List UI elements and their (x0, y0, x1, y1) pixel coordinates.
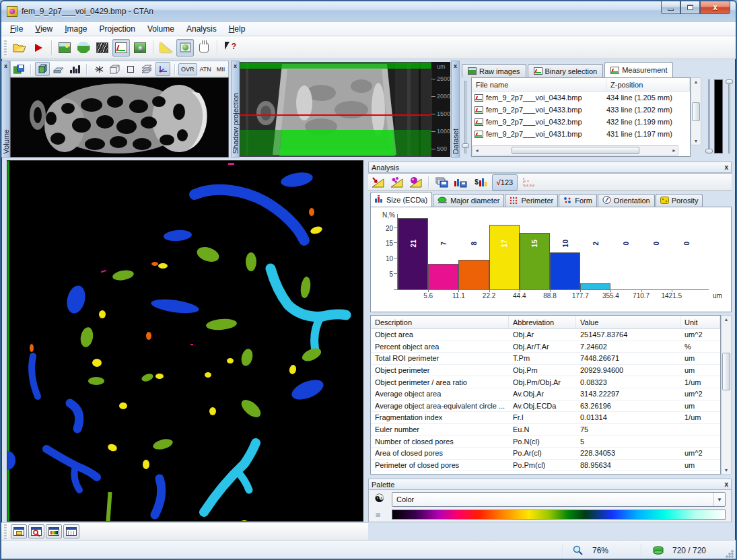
measure-button[interactable] (157, 39, 175, 57)
axes-button[interactable] (155, 62, 170, 76)
dataset-range-slider-low[interactable] (705, 79, 713, 153)
close-button[interactable]: x (700, 1, 730, 14)
maximize-button[interactable] (680, 1, 700, 14)
slider-thumb[interactable] (462, 143, 469, 148)
results-window-button[interactable] (63, 524, 79, 538)
volume-histogram-button[interactable] (67, 62, 82, 76)
individual-object-analysis-button[interactable] (407, 174, 424, 190)
column-z-position[interactable]: Z-position (606, 78, 690, 91)
column-abbreviation[interactable]: Abbreviation (509, 316, 576, 328)
open-file-button[interactable] (11, 39, 28, 57)
column-description[interactable]: Description (371, 316, 509, 328)
menu-view[interactable]: View (29, 23, 59, 35)
tab-major-diameter[interactable]: Major diameter (433, 194, 504, 207)
tab-perimeter[interactable]: Perimeter (505, 194, 558, 207)
tab-porosity[interactable]: Porosity (656, 194, 703, 207)
dataset-range-slider-high[interactable] (726, 79, 733, 153)
results-vscrollbar[interactable]: ▲▼ (721, 315, 732, 475)
column-file-name[interactable]: File name (472, 78, 606, 91)
table-row[interactable]: Perimeter of closed poresPo.Pm(cl)88.956… (371, 460, 720, 472)
3d-view-button[interactable] (176, 39, 194, 57)
table-row[interactable]: Object areaObj.Ar251457.83764um^2 (371, 329, 720, 341)
tab-label: Perimeter (521, 197, 553, 205)
menu-bar: FileViewImageProjectionVolumeAnalysisHel… (1, 22, 736, 36)
processed-image-button[interactable] (131, 39, 149, 57)
minimize-button[interactable] (661, 1, 680, 14)
menu-volume[interactable]: Volume (141, 23, 180, 35)
file-row[interactable]: fem_9_2p7___voi_0433.bmp433 line (1.202 … (472, 104, 690, 116)
slider-thumb[interactable] (726, 79, 733, 84)
tab-binary-selection[interactable]: Binary selection (528, 64, 604, 77)
wire-cube-button[interactable] (107, 62, 122, 76)
menu-image[interactable]: Image (59, 23, 93, 35)
table-row[interactable]: Euler numberEu.N75 (371, 424, 720, 436)
palette-gradient-bar[interactable] (392, 510, 726, 520)
tab-measurement[interactable]: Measurement (604, 62, 673, 77)
palette-select[interactable]: Color ▼ (392, 492, 726, 507)
resize-grip[interactable] (726, 550, 734, 559)
render-mode-ovr-button[interactable]: OVR (178, 63, 197, 75)
table-row[interactable]: Percent object areaObj.Ar/T.Ar7.24602% (371, 341, 720, 353)
toolbar-grip[interactable] (4, 40, 7, 55)
save-histogram-button[interactable] (452, 174, 469, 190)
palette-close-icon[interactable]: x (724, 481, 728, 488)
run-analysis-button[interactable] (30, 39, 47, 57)
invert-palette-icon[interactable]: ☯ (374, 493, 384, 504)
magnifier-window-button[interactable] (28, 524, 44, 538)
tab-orientation[interactable]: Orientation (598, 194, 655, 207)
volume-close-icon[interactable]: x (4, 63, 7, 69)
threshold-image-button[interactable] (94, 39, 111, 57)
table-row[interactable]: Object perimeter / area ratioObj.Pm/Obj.… (371, 376, 720, 388)
table-row[interactable]: Fragmentation indexFr.I0.013141/um (371, 412, 720, 424)
file-list-vscrollbar[interactable]: ▲▼ (691, 77, 701, 145)
save-results-button[interactable] (433, 174, 450, 190)
analysis-close-icon[interactable]: x (724, 164, 728, 171)
render-mode-mii-button[interactable]: MII (214, 63, 228, 75)
volume-view[interactable] (10, 77, 229, 158)
shadow-projection-view[interactable] (240, 62, 431, 157)
tab-raw-images[interactable]: Raw images (462, 64, 526, 77)
table-row[interactable]: Average object areaAv.Obj.Ar3143.22297um… (371, 388, 720, 400)
clip-box-button[interactable] (123, 62, 138, 76)
column-value[interactable]: Value (576, 316, 680, 328)
table-row[interactable]: Average object area-equivalent circle ..… (371, 400, 720, 413)
file-list-hscrollbar[interactable]: ◄► (472, 145, 678, 155)
table-row[interactable]: Total ROI perimeterT.Pm7448.26671um (371, 353, 720, 365)
3d-analysis-button[interactable] (388, 174, 405, 190)
shadow-close-icon[interactable]: x (234, 63, 237, 69)
raw-image-button[interactable] (56, 39, 73, 57)
menu-analysis[interactable]: Analysis (180, 23, 223, 35)
file-row[interactable]: fem_9_2p7___voi_0432.bmp432 line (1.199 … (472, 116, 690, 128)
table-row[interactable]: Area of closed poresPo.Ar(cl)228.34053um… (371, 448, 720, 460)
render-mode-atn-button[interactable]: ATN (197, 63, 214, 75)
file-row[interactable]: fem_9_2p7___voi_0434.bmp434 line (1.205 … (472, 92, 690, 104)
table-row[interactable]: Object perimeterObj.Pm20929.94600um (371, 365, 720, 377)
dataset-window-button[interactable] (11, 524, 27, 538)
solid-cube-button[interactable] (35, 62, 50, 76)
pan-button[interactable] (195, 39, 213, 57)
roi-image-button[interactable] (75, 39, 92, 57)
dataset-left-slider[interactable] (462, 81, 469, 153)
dataset-close-icon[interactable]: x (454, 63, 457, 69)
table-row[interactable]: Number of closed poresPo.N(cl)5 (371, 435, 720, 448)
tab-form[interactable]: Form (559, 194, 597, 207)
save-view-button[interactable] (11, 62, 26, 76)
histogram-values-button[interactable]: $ (470, 174, 491, 190)
numeric-results-button[interactable]: √123 (492, 174, 518, 190)
menu-help[interactable]: Help (223, 23, 252, 35)
marker-button[interactable] (91, 62, 106, 76)
menu-projection[interactable]: Projection (94, 23, 141, 35)
2d-analysis-button[interactable] (369, 174, 386, 190)
palette-window-button[interactable] (46, 524, 62, 538)
binary-image-button[interactable] (112, 39, 130, 57)
context-help-button[interactable] (221, 39, 239, 57)
slice-stack-button[interactable] (139, 62, 154, 76)
file-row[interactable]: fem_9_2p7___voi_0431.bmp431 line (1.197 … (472, 128, 690, 140)
tab-size-ecda-[interactable]: Size (ECDa) (370, 192, 432, 207)
cut-plane-button[interactable] (51, 62, 66, 76)
custom-processing-button[interactable] (519, 174, 538, 190)
column-unit[interactable]: Unit (680, 316, 720, 328)
menu-file[interactable]: File (4, 23, 29, 35)
slider-thumb[interactable] (705, 149, 713, 153)
measurement-image-view[interactable] (7, 160, 363, 522)
